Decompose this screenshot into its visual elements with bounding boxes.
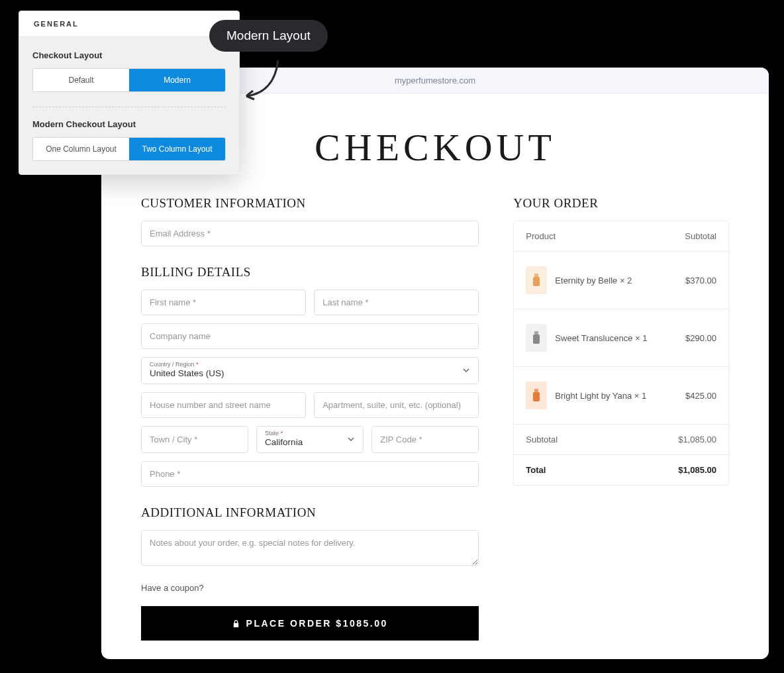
settings-panel: GENERAL Checkout Layout Default Modern M… bbox=[19, 11, 240, 175]
apartment-input[interactable] bbox=[314, 392, 479, 418]
layout-option-two-column[interactable]: Two Column Layout bbox=[129, 138, 225, 160]
country-select-wrap[interactable]: Country / Region * United States (US) bbox=[141, 357, 479, 384]
svg-rect-0 bbox=[534, 274, 538, 277]
state-value: California bbox=[265, 437, 355, 447]
callout-pill: Modern Layout bbox=[209, 20, 328, 52]
place-order-button[interactable]: PLACE ORDER $1085.00 bbox=[141, 606, 479, 641]
product-thumbnail-icon bbox=[526, 382, 547, 409]
email-input[interactable] bbox=[141, 221, 479, 246]
subtotal-label: Subtotal bbox=[526, 435, 558, 444]
place-order-label: PLACE ORDER $1085.00 bbox=[246, 618, 388, 629]
additional-info-heading: ADDITIONAL INFORMATION bbox=[141, 505, 479, 520]
svg-rect-4 bbox=[534, 389, 538, 392]
svg-rect-3 bbox=[533, 335, 540, 344]
order-col-product: Product bbox=[526, 231, 556, 241]
svg-rect-5 bbox=[533, 392, 540, 401]
street-input[interactable] bbox=[141, 392, 306, 418]
checkout-layout-segmented: Default Modern bbox=[32, 68, 226, 92]
modern-layout-segmented: One Column Layout Two Column Layout bbox=[32, 137, 226, 161]
country-label: Country / Region bbox=[150, 361, 195, 368]
callout-annotation: Modern Layout bbox=[209, 20, 328, 52]
billing-details-heading: BILLING DETAILS bbox=[141, 265, 479, 280]
total-value: $1,085.00 bbox=[678, 465, 716, 475]
subtotal-value: $1,085.00 bbox=[678, 435, 716, 444]
layout-option-one-column[interactable]: One Column Layout bbox=[33, 138, 129, 160]
order-col-subtotal: Subtotal bbox=[685, 231, 716, 241]
modern-checkout-layout-label: Modern Checkout Layout bbox=[32, 119, 226, 129]
order-summary-box: Product Subtotal Eternity by Belle × 2$3… bbox=[513, 221, 729, 486]
product-price: $290.00 bbox=[685, 333, 716, 343]
svg-rect-2 bbox=[534, 331, 538, 335]
state-select-wrap[interactable]: State * California bbox=[256, 426, 364, 453]
product-name: Sweet Translucence × 1 bbox=[555, 333, 647, 343]
order-notes-textarea[interactable] bbox=[141, 530, 479, 566]
country-value: United States (US) bbox=[150, 368, 470, 378]
checkout-form-column: CUSTOMER INFORMATION BILLING DETAILS Cou… bbox=[141, 196, 479, 641]
company-input[interactable] bbox=[141, 323, 479, 349]
product-price: $425.00 bbox=[685, 391, 716, 401]
last-name-input[interactable] bbox=[314, 289, 479, 315]
checkout-page: CHECKOUT CUSTOMER INFORMATION BILLING DE… bbox=[101, 93, 769, 659]
product-thumbnail-icon bbox=[526, 266, 547, 294]
product-thumbnail-icon bbox=[526, 324, 547, 352]
total-label: Total bbox=[526, 465, 546, 475]
phone-input[interactable] bbox=[141, 461, 479, 487]
svg-rect-1 bbox=[533, 277, 540, 286]
your-order-heading: YOUR ORDER bbox=[513, 196, 729, 211]
customer-info-heading: CUSTOMER INFORMATION bbox=[141, 196, 479, 211]
arrow-icon bbox=[238, 55, 285, 108]
product-name: Bright Light by Yana × 1 bbox=[555, 391, 646, 401]
product-price: $370.00 bbox=[685, 276, 716, 285]
url-display: myperfumestore.com bbox=[395, 76, 475, 85]
zip-input[interactable] bbox=[371, 426, 479, 453]
checkout-layout-label: Checkout Layout bbox=[32, 50, 226, 60]
lock-icon bbox=[232, 619, 240, 628]
layout-option-default[interactable]: Default bbox=[33, 69, 129, 91]
order-line-item: Sweet Translucence × 1$290.00 bbox=[514, 309, 728, 367]
order-line-item: Bright Light by Yana × 1$425.00 bbox=[514, 367, 728, 425]
order-line-item: Eternity by Belle × 2$370.00 bbox=[514, 252, 728, 309]
city-input[interactable] bbox=[141, 426, 248, 453]
settings-tab-general[interactable]: GENERAL bbox=[19, 11, 239, 37]
coupon-link[interactable]: Have a coupon? bbox=[141, 583, 479, 593]
product-name: Eternity by Belle × 2 bbox=[555, 276, 632, 285]
state-label: State bbox=[265, 430, 279, 437]
layout-option-modern[interactable]: Modern bbox=[129, 69, 225, 91]
order-summary-column: YOUR ORDER Product Subtotal Eternity by … bbox=[513, 196, 729, 641]
first-name-input[interactable] bbox=[141, 289, 306, 315]
